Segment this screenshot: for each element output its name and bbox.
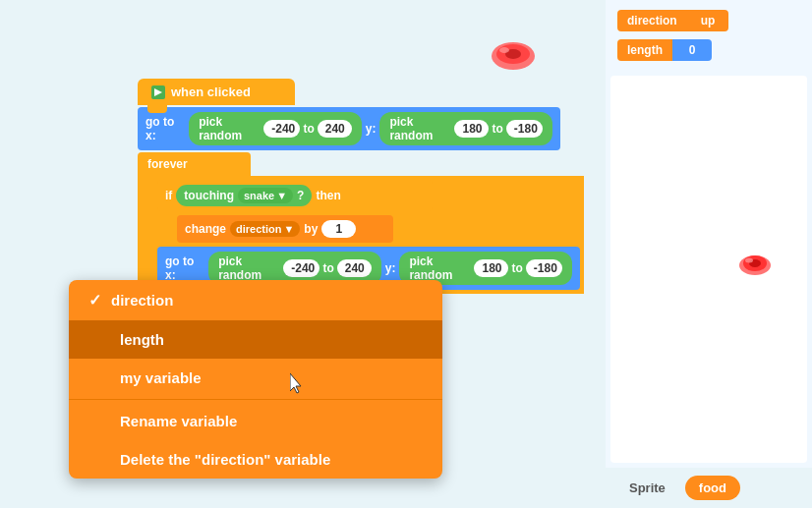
dropdown-item-delete[interactable]: Delete the "direction" variable: [69, 440, 442, 479]
when-clicked-block[interactable]: when clicked: [138, 79, 295, 105]
change-block[interactable]: change direction ▼ by 1: [177, 215, 393, 243]
stage-area: direction up length 0 Sprite food: [606, 0, 812, 508]
direction-monitor-value: up: [687, 10, 729, 31]
pick-random-x[interactable]: pick random -240 to 240: [189, 112, 362, 145]
svg-point-9: [745, 258, 753, 263]
length-monitor-value: 0: [672, 39, 712, 61]
tab-food[interactable]: food: [685, 476, 740, 500]
val-180[interactable]: 180: [454, 120, 489, 138]
length-monitor-label: length: [617, 39, 672, 61]
dropdown-item-rename[interactable]: Rename variable: [69, 402, 442, 440]
forever-header: forever: [138, 152, 251, 176]
dropdown-delete-label: Delete the "direction" variable: [120, 451, 330, 468]
tab-sprite[interactable]: Sprite: [615, 476, 679, 500]
goto-block-1[interactable]: go to x: pick random -240 to 240 y: pick…: [138, 107, 560, 150]
touching-block[interactable]: touching snake ▼ ?: [176, 185, 312, 206]
dropdown-rename-label: Rename variable: [120, 413, 237, 429]
dropdown-direction-label: direction: [111, 292, 173, 309]
snake-dropdown[interactable]: snake ▼: [238, 188, 293, 203]
monitors: direction up length 0: [606, 0, 812, 71]
food-sprite-code: [487, 34, 541, 83]
length-monitor: length 0: [617, 39, 800, 61]
val-neg180[interactable]: -180: [506, 120, 543, 138]
goto-label: go to x:: [145, 115, 185, 142]
snake-sprite-stage: [737, 250, 773, 281]
y-label: y:: [366, 122, 377, 136]
dropdown-item-length[interactable]: length: [69, 320, 442, 359]
val-240[interactable]: 240: [318, 120, 352, 138]
flag-icon: [151, 85, 165, 99]
code-area: when clicked go to x: pick random -240 t…: [0, 0, 609, 508]
check-icon: ✓: [88, 291, 101, 310]
val-neg240[interactable]: -240: [263, 120, 300, 138]
forever-content: if touching snake ▼ ? then change: [138, 176, 584, 294]
pick-random-y[interactable]: pick random 180 to -180: [379, 112, 552, 145]
dropdown-item-my-variable[interactable]: my variable: [69, 359, 442, 397]
by-value[interactable]: 1: [321, 220, 356, 238]
goto2-label: go to x:: [165, 254, 204, 282]
blocks-container: when clicked go to x: pick random -240 t…: [138, 79, 584, 308]
dropdown-my-variable-label: my variable: [120, 369, 202, 386]
dropdown-separator: [69, 399, 442, 400]
direction-monitor-label: direction: [617, 10, 687, 31]
bottom-tabs: Sprite food: [606, 468, 812, 508]
stage-canvas: [610, 76, 807, 463]
direction-monitor: direction up: [617, 10, 800, 31]
variable-dropdown-menu[interactable]: ✓ direction length my variable Rename va…: [69, 280, 442, 479]
svg-point-4: [499, 47, 509, 53]
svg-marker-0: [154, 88, 162, 96]
when-clicked-label: when clicked: [171, 85, 251, 99]
if-block[interactable]: if touching snake ▼ ? then: [157, 180, 433, 211]
dropdown-length-label: length: [120, 331, 164, 348]
direction-dropdown[interactable]: direction ▼: [230, 221, 300, 237]
dropdown-item-direction[interactable]: ✓ direction: [69, 280, 442, 320]
